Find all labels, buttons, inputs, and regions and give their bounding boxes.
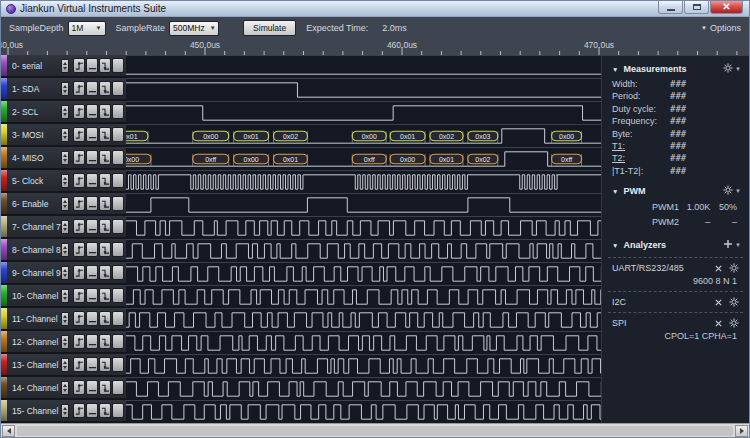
trigger-rising-button[interactable] <box>73 150 85 165</box>
horizontal-scrollbar[interactable] <box>1 423 749 437</box>
channel-spinner-button[interactable] <box>61 174 69 188</box>
channel-label-cell[interactable]: 11- Channel 11 <box>1 308 126 331</box>
remove-analyzer-icon[interactable] <box>714 264 723 273</box>
channel-label-cell[interactable]: 7- Channel 7 <box>1 216 126 239</box>
channel-spinner-button[interactable] <box>61 197 69 211</box>
trigger-rising-button[interactable] <box>73 311 85 326</box>
trigger-rising-button[interactable] <box>73 127 85 142</box>
sample-depth-select[interactable]: 1M ▼ <box>68 21 106 36</box>
trigger-rising-button[interactable] <box>73 380 85 395</box>
trigger-falling-button[interactable] <box>99 380 111 395</box>
analyzers-header[interactable]: ▼ Analyzers ▼ <box>602 236 749 254</box>
trigger-low-button[interactable] <box>86 219 98 234</box>
channel-spinner-button[interactable] <box>61 105 69 119</box>
channel-spinner-button[interactable] <box>61 358 69 372</box>
trigger-falling-button[interactable] <box>99 311 111 326</box>
analyzer-settings-icon[interactable] <box>729 318 739 328</box>
trigger-none-button[interactable] <box>112 288 124 303</box>
trigger-falling-button[interactable] <box>99 242 111 257</box>
channel-spinner-button[interactable] <box>61 151 69 165</box>
trigger-low-button[interactable] <box>86 334 98 349</box>
measurement-label[interactable]: T1: <box>612 140 670 152</box>
trigger-rising-button[interactable] <box>73 81 85 96</box>
trigger-none-button[interactable] <box>112 403 124 418</box>
channel-label-cell[interactable]: 13- Channel 13 <box>1 354 126 377</box>
trigger-none-button[interactable] <box>112 127 124 142</box>
trigger-low-button[interactable] <box>86 104 98 119</box>
trigger-rising-button[interactable] <box>73 219 85 234</box>
channel-label-cell[interactable]: 6- Enable <box>1 193 126 216</box>
trigger-none-button[interactable] <box>112 242 124 257</box>
simulate-button[interactable]: Simulate <box>243 20 296 36</box>
trigger-falling-button[interactable] <box>99 173 111 188</box>
trigger-low-button[interactable] <box>86 265 98 280</box>
trigger-none-button[interactable] <box>112 380 124 395</box>
channel-spinner-button[interactable] <box>61 335 69 349</box>
channel-label-cell[interactable]: 0- serial <box>1 55 126 78</box>
remove-analyzer-icon[interactable] <box>714 298 723 307</box>
trigger-none-button[interactable] <box>112 265 124 280</box>
pwm-settings-icon[interactable] <box>723 185 733 197</box>
channel-label-cell[interactable]: 5- Clock <box>1 170 126 193</box>
channel-spinner-button[interactable] <box>61 312 69 326</box>
trigger-none-button[interactable] <box>112 150 124 165</box>
channel-label-cell[interactable]: 8- Channel 8 <box>1 239 126 262</box>
trigger-rising-button[interactable] <box>73 357 85 372</box>
trigger-low-button[interactable] <box>86 127 98 142</box>
channel-label-cell[interactable]: 9- Channel 9 <box>1 262 126 285</box>
channel-spinner-button[interactable] <box>61 82 69 96</box>
channel-label-cell[interactable]: 14- Channel 14 <box>1 377 126 400</box>
add-analyzer-icon[interactable] <box>723 239 733 251</box>
trigger-falling-button[interactable] <box>99 58 111 73</box>
trigger-falling-button[interactable] <box>99 334 111 349</box>
scroll-right-button[interactable] <box>735 425 748 437</box>
channel-spinner-button[interactable] <box>61 381 69 395</box>
trigger-rising-button[interactable] <box>73 288 85 303</box>
trigger-low-button[interactable] <box>86 81 98 96</box>
trigger-rising-button[interactable] <box>73 334 85 349</box>
trigger-none-button[interactable] <box>112 173 124 188</box>
trigger-none-button[interactable] <box>112 58 124 73</box>
trigger-rising-button[interactable] <box>73 58 85 73</box>
trigger-none-button[interactable] <box>112 219 124 234</box>
channel-spinner-button[interactable] <box>61 289 69 303</box>
trigger-falling-button[interactable] <box>99 150 111 165</box>
channel-spinner-button[interactable] <box>61 128 69 142</box>
channel-spinner-button[interactable] <box>61 59 69 73</box>
trigger-rising-button[interactable] <box>73 196 85 211</box>
channel-spinner-button[interactable] <box>61 404 69 418</box>
trigger-none-button[interactable] <box>112 311 124 326</box>
trigger-none-button[interactable] <box>112 196 124 211</box>
channel-label-cell[interactable]: 10- Channel 10 <box>1 285 126 308</box>
trigger-falling-button[interactable] <box>99 196 111 211</box>
minimize-button[interactable] <box>658 1 683 14</box>
scroll-left-button[interactable] <box>2 425 15 437</box>
trigger-none-button[interactable] <box>112 357 124 372</box>
sample-rate-select[interactable]: 500MHz ▼ <box>169 21 219 36</box>
trigger-low-button[interactable] <box>86 357 98 372</box>
analyzer-settings-icon[interactable] <box>729 297 739 307</box>
trigger-none-button[interactable] <box>112 104 124 119</box>
scrollbar-thumb[interactable] <box>17 426 733 436</box>
channel-spinner-button[interactable] <box>61 243 69 257</box>
trigger-falling-button[interactable] <box>99 219 111 234</box>
trigger-none-button[interactable] <box>112 81 124 96</box>
measurements-header[interactable]: ▼ Measurements ▼ <box>602 60 749 78</box>
channel-label-cell[interactable]: 1- SDA <box>1 78 126 101</box>
measurements-settings-icon[interactable] <box>723 63 733 75</box>
channel-spinner-button[interactable] <box>61 220 69 234</box>
trigger-falling-button[interactable] <box>99 288 111 303</box>
measurement-label[interactable]: T2: <box>612 152 670 164</box>
trigger-low-button[interactable] <box>86 58 98 73</box>
channel-label-cell[interactable]: 12- Channel 12 <box>1 331 126 354</box>
trigger-rising-button[interactable] <box>73 173 85 188</box>
analyzer-settings-icon[interactable] <box>729 263 739 273</box>
channel-label-cell[interactable]: 3- MOSI <box>1 124 126 147</box>
trigger-low-button[interactable] <box>86 242 98 257</box>
trigger-rising-button[interactable] <box>73 403 85 418</box>
trigger-low-button[interactable] <box>86 380 98 395</box>
trigger-falling-button[interactable] <box>99 357 111 372</box>
trigger-low-button[interactable] <box>86 403 98 418</box>
close-button[interactable]: ✕ <box>710 1 743 14</box>
trigger-falling-button[interactable] <box>99 265 111 280</box>
